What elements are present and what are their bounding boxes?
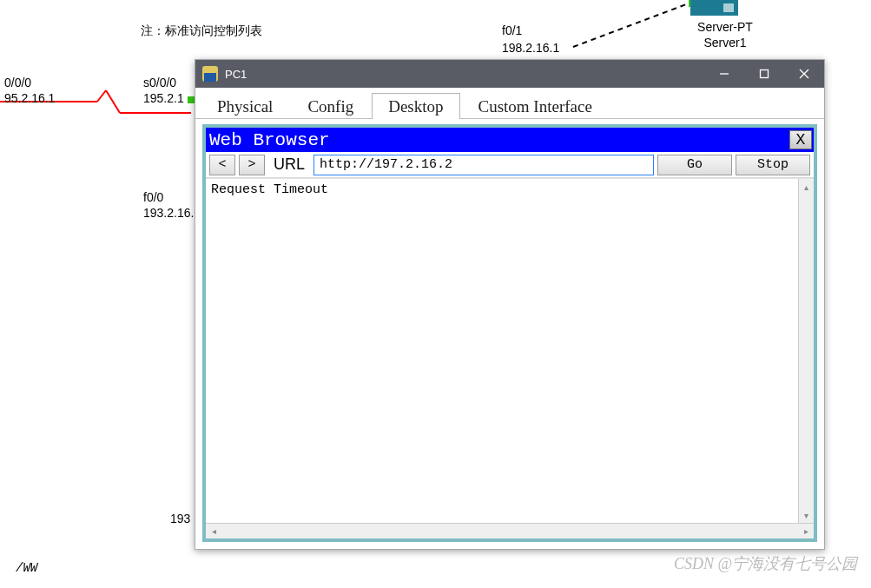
url-input[interactable] [313, 155, 654, 175]
pc1-window: PC1 Physical Config Desktop Custom Inter… [195, 59, 825, 550]
maximize-button[interactable] [744, 60, 784, 88]
server-icon [690, 0, 738, 16]
svg-line-1 [97, 90, 106, 102]
tab-config[interactable]: Config [291, 93, 370, 119]
window-title: PC1 [225, 68, 704, 81]
svg-rect-8 [761, 70, 769, 78]
desktop-frame: Web Browser X < > URL Go Stop Request Ti… [202, 124, 817, 542]
go-button[interactable]: Go [657, 155, 732, 175]
maximize-icon [759, 69, 769, 79]
tab-custom-interface[interactable]: Custom Interface [462, 93, 609, 119]
app-icon [202, 66, 218, 82]
vertical-scrollbar[interactable]: ▴ ▾ [798, 179, 814, 523]
port-f01: f0/1 [502, 23, 522, 38]
stop-button[interactable]: Stop [736, 155, 810, 175]
address-bar-row: < > URL Go Stop [206, 152, 814, 178]
scroll-left-icon[interactable]: ◂ [206, 524, 221, 538]
server-host-label: Server1 [690, 35, 760, 50]
ip-f00: 193.2.16.1 [143, 205, 201, 221]
horizontal-scrollbar[interactable]: ◂ ▸ [206, 523, 814, 538]
tab-physical[interactable]: Physical [201, 93, 289, 119]
tab-bar: Physical Config Desktop Custom Interface [195, 88, 824, 119]
server-pt-label: Server-PT [690, 19, 760, 35]
partial-193: 193 [170, 511, 190, 526]
left-ip: 95.2.16.1 [4, 90, 55, 106]
minimize-icon [719, 69, 729, 79]
browser-body: Request Timeout ▴ ▾ [206, 178, 814, 523]
url-label: URL [274, 155, 305, 174]
request-timeout-text: Request Timeout [211, 182, 328, 197]
web-browser-titlebar: Web Browser X [206, 128, 814, 152]
titlebar[interactable]: PC1 [195, 60, 824, 88]
svg-rect-4 [188, 96, 195, 103]
scroll-up-icon[interactable]: ▴ [799, 179, 814, 195]
minimize-button[interactable] [704, 60, 744, 88]
scroll-right-icon[interactable]: ▸ [798, 524, 814, 538]
close-button[interactable] [784, 60, 824, 88]
ip-s000: 195.2.1 [143, 90, 184, 106]
web-browser-title: Web Browser [209, 130, 789, 150]
page-content: Request Timeout [206, 179, 798, 523]
ip-f01: 198.2.16.1 [502, 40, 559, 56]
window-controls [704, 60, 824, 88]
tab-desktop[interactable]: Desktop [372, 93, 459, 119]
scroll-down-icon[interactable]: ▾ [799, 507, 814, 523]
svg-line-2 [106, 90, 120, 113]
back-button[interactable]: < [209, 155, 235, 175]
close-icon [799, 69, 809, 79]
left-port: 0/0/0 [4, 75, 31, 90]
web-browser-close-button[interactable]: X [789, 130, 812, 149]
note-label: 注：标准访问控制列表 [141, 23, 262, 38]
svg-line-5 [573, 2, 693, 47]
watermark: CSDN @宁海没有七号公园 [674, 553, 857, 574]
ww-label: /WW [16, 561, 37, 575]
forward-button[interactable]: > [239, 155, 265, 175]
port-s000: s0/0/0 [143, 75, 176, 90]
port-f00: f0/0 [143, 189, 163, 205]
